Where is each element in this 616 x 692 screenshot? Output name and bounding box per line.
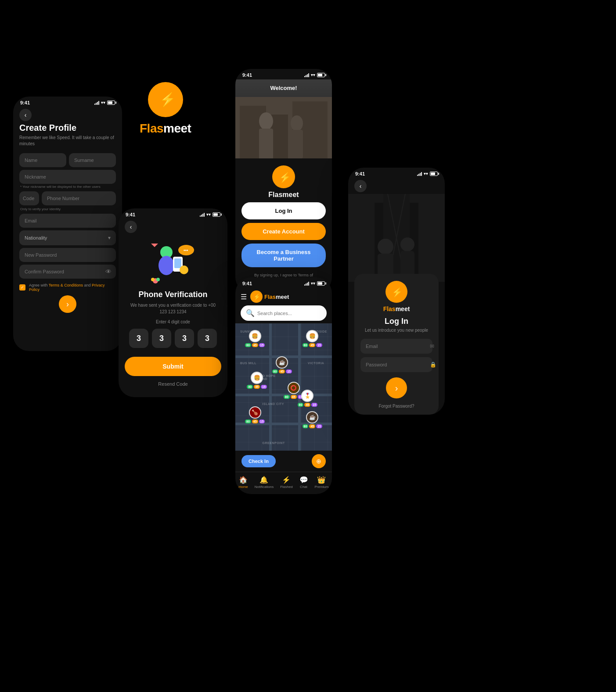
phone-hint: Only to verify your identity xyxy=(19,207,116,211)
agree-row: ✓ Agree with Terms & Conditions and Priv… xyxy=(19,283,116,292)
svg-point-8 xyxy=(180,265,188,274)
nav-item-flashed[interactable]: ⚡ Flashed xyxy=(280,476,292,489)
back-button-5[interactable]: ‹ xyxy=(354,180,367,192)
search-input[interactable] xyxy=(257,311,321,316)
nav-item-notifications[interactable]: 🔔 Notifications xyxy=(255,476,274,489)
badge-purple-6: 15 xyxy=(311,403,317,407)
signal-icon-4 xyxy=(304,281,309,286)
logo-bolt-icon: ⚡ xyxy=(156,90,175,109)
login-hero-illustration xyxy=(348,194,445,282)
checkin-button[interactable]: Check In xyxy=(241,455,276,467)
map-label-islandcity: ISLAND CITY xyxy=(263,402,284,405)
code-box-3[interactable]: 3 xyxy=(175,329,194,348)
battery-icon-4 xyxy=(317,281,325,286)
map-pin-7[interactable]: 🍗 80 45 15 xyxy=(245,406,265,423)
battery-icon-5 xyxy=(430,172,438,176)
code-input[interactable] xyxy=(19,191,39,205)
nickname-input[interactable] xyxy=(19,170,116,184)
phone-number-input[interactable] xyxy=(42,191,116,205)
phone-verify-illustration: ••• xyxy=(142,239,204,287)
map-pin-icon-1: 🍔 xyxy=(249,330,261,342)
login-button[interactable]: Log In xyxy=(241,202,326,219)
welcome-hero-text: Welcome! xyxy=(270,85,297,91)
map-header: ☰ ⚡ Flasmeet xyxy=(235,288,332,305)
status-icons-5: ▾▾ xyxy=(417,172,438,176)
nav-item-premium[interactable]: 👑 Premium xyxy=(314,476,328,489)
login-email-input[interactable] xyxy=(366,344,426,349)
new-password-input[interactable] xyxy=(19,248,116,262)
agree-text: Agree with Terms & Conditions and Privac… xyxy=(29,283,116,292)
badge-green-5: 80 xyxy=(284,395,290,399)
notifications-icon: 🔔 xyxy=(259,476,268,484)
email-input[interactable] xyxy=(19,214,116,228)
badge-orange-2: 45 xyxy=(309,343,315,347)
create-account-button[interactable]: Create Account xyxy=(241,223,326,240)
verify-description: We have sent you a verification code to … xyxy=(119,302,227,315)
code-box-2[interactable]: 3 xyxy=(152,329,171,348)
login-title: Log In xyxy=(360,317,432,326)
search-bar[interactable]: 🔍 xyxy=(241,305,327,321)
map-badges-7: 80 45 15 xyxy=(245,420,265,423)
map-pin-icon-3: ☕ xyxy=(276,356,288,369)
location-button[interactable]: ⊕ xyxy=(312,454,326,468)
nav-item-home[interactable]: 🏠 Home xyxy=(238,476,248,489)
surname-input[interactable] xyxy=(69,153,116,167)
lock-icon: 🔒 xyxy=(430,362,436,368)
nav-label-flashed: Flashed xyxy=(280,485,292,489)
business-partner-button[interactable]: Become a Business Partner xyxy=(241,244,326,267)
resend-code-link[interactable]: Resend Code xyxy=(119,381,227,387)
map-pin-icon-4: 🍔 xyxy=(251,372,263,384)
map-badges-4: 80 45 15 xyxy=(247,385,267,389)
map-pin-1[interactable]: 🍔 80 45 15 xyxy=(245,330,265,347)
map-pin-2[interactable]: 🍔 80 45 15 xyxy=(303,330,322,347)
nationality-dropdown[interactable]: Nationality ▾ xyxy=(19,230,116,245)
logo-circle: ⚡ xyxy=(272,165,295,188)
back-button-2[interactable]: ‹ xyxy=(125,221,137,233)
chevron-down-icon: ▾ xyxy=(108,235,111,241)
menu-icon[interactable]: ☰ xyxy=(241,293,247,301)
map-pin-6[interactable]: 🎖️ 80 45 15 xyxy=(298,390,317,407)
map-area: SUNNYSIDE WOODSIDE BUS MILL GOOD HOPEISL… xyxy=(235,323,332,451)
code-box-4[interactable]: 3 xyxy=(198,329,217,348)
next-button[interactable]: › xyxy=(59,295,76,313)
login-password-input[interactable] xyxy=(366,362,426,367)
confirm-password-input[interactable] xyxy=(19,265,116,279)
bottom-nav: 🏠 Home 🔔 Notifications ⚡ Flashed 💬 Chat … xyxy=(235,472,332,494)
screen-map: 9:41 ▾▾ ☰ ⚡ Flasmeet 🔍 xyxy=(235,277,332,494)
login-logo-text: Flasmeet xyxy=(360,305,432,312)
map-pin-4[interactable]: 🍔 80 45 15 xyxy=(247,372,267,389)
status-time-5: 9:41 xyxy=(355,171,365,176)
submit-button[interactable]: Submit xyxy=(125,357,221,376)
map-pin-8[interactable]: ☕ 80 45 15 xyxy=(303,411,322,428)
nav-item-chat[interactable]: 💬 Chat xyxy=(299,476,308,489)
name-input[interactable] xyxy=(19,153,66,167)
code-box-1[interactable]: 3 xyxy=(129,329,148,348)
svg-point-10 xyxy=(151,278,155,281)
svg-rect-20 xyxy=(235,97,332,158)
status-time-2: 9:41 xyxy=(126,212,135,217)
terms-link[interactable]: Terms & Conditions xyxy=(49,283,83,287)
login-go-button[interactable]: › xyxy=(386,377,407,398)
map-pin-3[interactable]: ☕ 80 45 15 xyxy=(272,356,292,373)
status-icons-2: ▾▾ xyxy=(200,212,220,217)
badge-green-6: 80 xyxy=(298,403,304,407)
login-subtitle: Let us introduce you new people xyxy=(360,328,432,333)
badge-purple-8: 15 xyxy=(316,424,322,428)
screen-create-profile: 9:41 ▾▾ ‹ Create Profile Remember we lik… xyxy=(13,97,122,351)
agree-checkbox[interactable]: ✓ xyxy=(19,284,25,290)
forgot-password-link[interactable]: Forgot Password? xyxy=(360,404,432,409)
badge-orange-8: 45 xyxy=(309,424,315,428)
eye-icon: 👁 xyxy=(105,268,112,275)
screen-login: 9:41 ▾▾ ‹ xyxy=(348,168,445,415)
map-logo-circle: ⚡ xyxy=(250,290,263,303)
map-label-greenpoint: GREENPOINT xyxy=(263,441,285,445)
battery-icon-1 xyxy=(107,100,115,105)
login-card-section: ⚡ Flasmeet Log In Let us introduce you n… xyxy=(348,282,445,415)
status-bar-1: 9:41 ▾▾ xyxy=(13,97,122,107)
nav-label-premium: Premium xyxy=(314,485,328,489)
signal-icon-5 xyxy=(417,172,422,176)
badge-purple-7: 15 xyxy=(259,420,265,423)
premium-icon: 👑 xyxy=(317,476,326,484)
status-bar-4: 9:41 ▾▾ xyxy=(235,277,332,288)
back-button-1[interactable]: ‹ xyxy=(19,109,32,121)
